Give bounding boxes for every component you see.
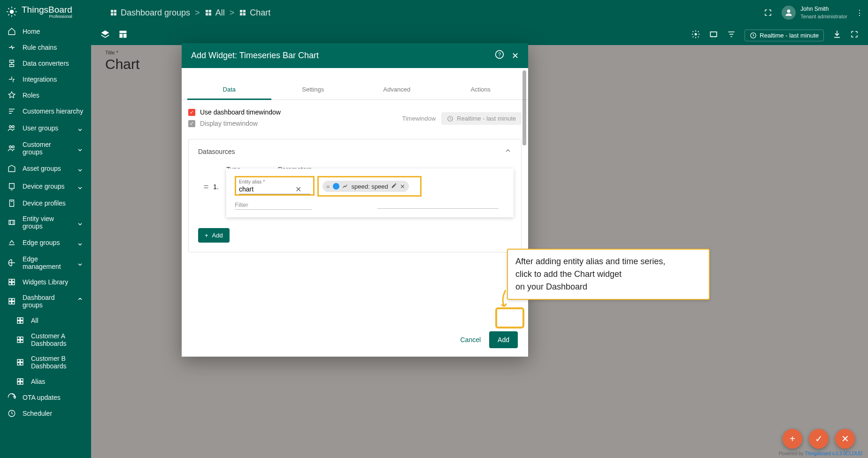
svg-rect-1 [111,10,113,12]
tab-settings[interactable]: Settings [271,81,355,99]
nav-icon [8,393,16,402]
sidebar-item-all[interactable]: All [0,313,91,328]
clear-icon[interactable]: ✕ [295,185,301,194]
nav-icon [8,144,16,153]
add-button[interactable]: Add [489,331,518,348]
remove-chip-icon[interactable]: ✕ [400,183,405,190]
apply-fab[interactable]: ✓ [809,429,829,449]
sidebar-item-customer-groups[interactable]: Customer groups⌄ [0,137,91,160]
filter-icon[interactable] [727,30,736,41]
user-menu[interactable]: John Smith Tenant administrator ⋮ [782,6,863,20]
datasources-card: Datasources Type Parameters 1. Entity [188,139,522,252]
sidebar-item-ota-updates[interactable]: OTA updates [0,389,91,405]
timeseries-chip[interactable]: = speed: speed ✕ [323,181,409,192]
timewindow-label: Timewindow [402,115,436,122]
svg-point-13 [787,9,791,13]
sidebar-item-integrations[interactable]: Integrations [0,71,91,87]
breadcrumb-separator: > [230,8,235,18]
sidebar-item-label: Entity view groups [23,215,70,230]
sidebar-item-home[interactable]: Home [0,23,91,39]
entity-alias-highlight: Entity alias * ✕ [235,176,315,196]
cancel-button[interactable]: Cancel [460,331,481,348]
sidebar-item-label: Roles [23,92,84,99]
svg-rect-16 [123,34,127,38]
timewindow-button[interactable]: Realtime - last minute [745,30,824,41]
dialog-scrollbar[interactable] [522,70,526,145]
sidebar-item-scheduler[interactable]: Scheduler [0,405,91,421]
sidebar-item-rule-chains[interactable]: Rule chains [0,39,91,55]
dashboard-icon [239,9,246,16]
nav-icon [16,358,24,366]
nav-icon [8,182,16,191]
breadcrumb-dashboard-groups[interactable]: Dashboard groups [110,8,190,18]
drag-handle-icon[interactable]: = [326,183,330,190]
tab-actions[interactable]: Actions [439,81,523,99]
svg-rect-3 [111,13,113,15]
row-index: 1. [213,183,219,191]
help-icon[interactable]: ? [495,50,504,61]
nav-icon [8,27,16,36]
sidebar-item-alias[interactable]: Alias [0,374,91,389]
plus-icon: + [205,232,208,239]
breadcrumb-all[interactable]: All [205,8,225,18]
layers-icon[interactable] [100,30,110,41]
sidebar-item-label: Device groups [23,183,70,190]
sidebar-item-asset-groups[interactable]: Asset groups⌄ [0,160,91,177]
sidebar-item-label: Customer B Dashboards [31,355,84,370]
use-dashboard-timewindow-label: Use dashboard timewindow [200,108,281,116]
export-icon[interactable] [832,30,842,41]
fullscreen-icon[interactable] [850,30,859,40]
svg-rect-14 [120,31,127,33]
sidebar-item-entity-view-groups[interactable]: Entity view groups⌄ [0,211,91,234]
sidebar-item-data-converters[interactable]: Data converters [0,55,91,71]
display-timewindow-checkbox[interactable]: ✓ [188,120,195,127]
filter-input[interactable]: Filter [235,201,312,210]
nav-icon [8,91,16,99]
close-icon[interactable]: ✕ [512,51,519,61]
sidebar-item-device-groups[interactable]: Device groups⌄ [0,177,91,195]
user-role: Tenant administrator [800,13,847,20]
entity-aliases-icon[interactable] [709,30,718,41]
breadcrumb-chart[interactable]: Chart [239,8,270,18]
sidebar-item-label: Customer groups [23,141,70,156]
series-color-dot[interactable] [333,183,339,190]
add-datasource-button[interactable]: + Add [198,228,230,243]
collapse-icon[interactable] [504,147,512,156]
drag-handle-icon[interactable] [203,183,209,190]
nav-icon [8,278,16,286]
more-icon[interactable]: ⋮ [856,8,863,17]
sidebar-item-roles[interactable]: Roles [0,87,91,103]
svg-rect-12 [243,13,246,15]
sidebar-item-label: Widgets Library [23,278,84,286]
sidebar-item-customers-hierarchy[interactable]: Customers hierarchy [0,103,91,119]
chevron-down-icon: ⌄ [77,217,84,228]
add-widget-fab[interactable]: + [783,429,802,449]
use-dashboard-timewindow-checkbox[interactable]: ✓ [188,109,195,116]
sidebar-item-label: Edge management [23,255,70,270]
footer-link[interactable]: Thingsboard v.3.3.0CLOUD [805,451,862,456]
tab-data[interactable]: Data [187,81,271,99]
sidebar-item-customer-a-dashboards[interactable]: Customer A Dashboards [0,328,91,351]
sidebar-item-label: Data converters [23,60,84,67]
edit-icon[interactable] [391,183,397,190]
datasources-title: Datasources [198,148,235,155]
sidebar-item-widgets-library[interactable]: Widgets Library [0,274,91,290]
sidebar-item-dashboard-groups[interactable]: Dashboard groups⌃ [0,290,91,313]
layout-icon[interactable] [118,30,128,41]
nav-icon [8,259,16,267]
fullscreen-icon[interactable] [764,8,772,17]
clock-icon [447,115,453,122]
sidebar-item-customer-b-dashboards[interactable]: Customer B Dashboards [0,351,91,374]
settings-icon[interactable] [691,30,700,41]
cancel-fab[interactable]: ✕ [835,429,855,449]
chevron-down-icon: ⌄ [77,163,84,174]
datasource-params-panel: Entity alias * ✕ = speed: spee [226,168,514,217]
sidebar-item-device-profiles[interactable]: Device profiles [0,195,91,211]
chip-label: speed: speed [352,183,388,190]
tab-advanced[interactable]: Advanced [355,81,439,99]
topbar: Dashboard groups > All > Chart [91,0,868,25]
sidebar-item-edge-management[interactable]: Edge management⌄ [0,252,91,274]
entity-alias-input[interactable] [239,184,295,194]
sidebar-item-user-groups[interactable]: User groups⌄ [0,119,91,137]
sidebar-item-edge-groups[interactable]: Edge groups⌄ [0,234,91,252]
